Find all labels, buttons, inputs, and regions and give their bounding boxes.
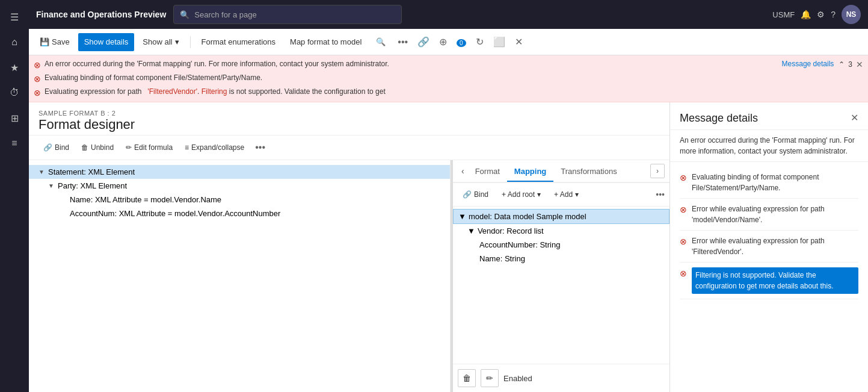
tab-nav-next[interactable]: › xyxy=(650,164,665,178)
mapping-more-icon[interactable]: ••• xyxy=(656,190,665,199)
map-format-to-model-button[interactable]: Map format to model xyxy=(284,33,368,51)
search-toolbar-button[interactable]: 🔍 xyxy=(370,33,392,51)
bind-button[interactable]: 🔗 Bind xyxy=(38,139,74,156)
expand-icon: ≡ xyxy=(185,143,189,152)
close-banner-button[interactable]: ✕ xyxy=(856,60,863,69)
msg-item-text-4: Filtering is not supported. Validate the… xyxy=(692,267,858,294)
msg-item-text-3: Error while evaluating expression for pa… xyxy=(692,235,858,257)
region-label: USMF xyxy=(772,10,795,19)
add-button[interactable]: + Add ▾ xyxy=(549,187,583,202)
add-root-button[interactable]: + Add root ▾ xyxy=(497,187,546,202)
message-details-link[interactable]: Message details xyxy=(782,60,834,68)
settings-icon[interactable]: 🔗 xyxy=(414,36,433,48)
grid-icon[interactable]: ⊞ xyxy=(4,107,25,129)
designer-title: Format designer xyxy=(38,117,660,132)
search-placeholder: Search for a page xyxy=(194,10,256,19)
error-count: 3 xyxy=(848,60,852,69)
list-icon[interactable]: ≡ xyxy=(4,132,25,154)
error-banners: ⊗ An error occurred during the 'Format m… xyxy=(29,55,868,102)
model-tree: ▼ model: Data model Sample model ▼ Vendo… xyxy=(453,207,669,364)
model-item-namestring[interactable]: Name: String xyxy=(453,252,669,266)
mapping-bottom: 🗑 ✏ Enabled xyxy=(453,364,669,392)
show-details-button[interactable]: Show details xyxy=(78,33,135,51)
clock-icon[interactable]: ⏱ xyxy=(4,82,25,104)
close-toolbar-button[interactable]: ✕ xyxy=(511,36,526,48)
gear-icon[interactable]: ⚙ xyxy=(817,10,825,19)
tree-item-party[interactable]: ▼ Party: XML Element xyxy=(29,179,450,193)
tree-arrow-party: ▼ xyxy=(48,182,55,189)
message-details-description: An error occurred during the 'Format map… xyxy=(670,130,868,162)
tab-mapping[interactable]: Mapping xyxy=(507,162,553,182)
prev-error-icon[interactable]: ⌃ xyxy=(839,60,845,69)
designer-toolbar: 🔗 Bind 🗑 Unbind ✏ Edit formula ≡ Expand/… xyxy=(29,135,669,160)
designer-header: SAMPLE FORMAT B : 2 Format designer xyxy=(29,102,669,135)
unbind-button[interactable]: 🗑 Unbind xyxy=(76,139,119,156)
toolbar-separator-1 xyxy=(190,36,191,48)
designer-more-icon[interactable]: ••• xyxy=(251,142,269,153)
error-icon-3: ⊗ xyxy=(34,88,41,98)
expand-collapse-button[interactable]: ≡ Expand/collapse xyxy=(180,139,249,156)
app-title: Finance and Operations Preview xyxy=(36,10,166,19)
tree-item-name[interactable]: Name: XML Attribute = model.Vendor.Name xyxy=(29,193,450,207)
chevron-down-icon: ▾ xyxy=(175,37,179,46)
message-details-close-button[interactable]: ✕ xyxy=(851,112,858,123)
edit-mapping-button[interactable]: ✏ xyxy=(481,369,499,387)
help-icon[interactable]: ? xyxy=(831,10,836,19)
show-all-button[interactable]: Show all ▾ xyxy=(137,33,185,51)
window-icon[interactable]: ⬜ xyxy=(490,36,509,48)
edit-formula-button[interactable]: ✏ Edit formula xyxy=(121,139,177,156)
tab-transformations[interactable]: Transformations xyxy=(553,162,624,182)
msg-error-icon-1: ⊗ xyxy=(680,173,687,182)
error-text-3: Evaluating expression for path 'Filtered… xyxy=(45,87,863,96)
tree-item-label-statement: Statement: XML Element xyxy=(48,167,135,176)
tree-item-statement[interactable]: ▼ Statement: XML Element xyxy=(29,165,450,179)
header-right: USMF 🔔 ⚙ ? NS xyxy=(772,5,861,24)
user-avatar[interactable]: NS xyxy=(842,5,861,24)
format-enumerations-button[interactable]: Format enumerations xyxy=(195,33,282,51)
error-icon-1: ⊗ xyxy=(34,60,41,70)
msg-error-icon-4: ⊗ xyxy=(680,269,687,278)
message-details-title: Message details xyxy=(680,112,758,125)
pencil-icon: ✏ xyxy=(126,143,132,152)
msg-error-icon-2: ⊗ xyxy=(680,205,687,214)
more-options-icon[interactable]: ••• xyxy=(394,37,411,48)
status-label: Enabled xyxy=(503,374,532,383)
badge-icon[interactable]: 0 xyxy=(453,37,470,48)
message-details-panel: Message details ✕ An error occurred duri… xyxy=(669,102,868,392)
model-item-accountnumber[interactable]: AccountNumber: String xyxy=(453,238,669,252)
refresh-icon[interactable]: ↻ xyxy=(472,36,487,48)
tree-arrow-statement: ▼ xyxy=(38,169,46,175)
message-details-header: Message details ✕ xyxy=(670,102,868,130)
hamburger-icon[interactable]: ☰ xyxy=(4,6,25,28)
model-item-vendor[interactable]: ▼ Vendor: Record list xyxy=(453,224,669,238)
delete-mapping-button[interactable]: 🗑 xyxy=(458,369,476,387)
model-item-root[interactable]: ▼ model: Data model Sample model xyxy=(453,209,669,224)
content-area: SAMPLE FORMAT B : 2 Format designer 🔗 Bi… xyxy=(29,102,868,392)
tab-format[interactable]: Format xyxy=(468,162,507,182)
search-bar[interactable]: 🔍 Search for a page xyxy=(173,5,402,24)
save-button[interactable]: 💾 Save xyxy=(34,33,76,51)
search-icon: 🔍 xyxy=(180,10,189,19)
star-icon[interactable]: ★ xyxy=(4,57,25,78)
model-item-label-namestring: Name: String xyxy=(479,254,525,263)
message-item-2: ⊗ Error while evaluating expression for … xyxy=(680,199,858,231)
share-icon[interactable]: ⊕ xyxy=(436,36,451,48)
model-item-label-vendor: Vendor: Record list xyxy=(478,226,544,235)
home-icon[interactable]: ⌂ xyxy=(4,31,25,53)
sample-format-label: SAMPLE FORMAT B : 2 xyxy=(38,110,660,117)
mapping-panel: ‹ Format Mapping Transformations › 🔗 Bin… xyxy=(453,160,669,392)
designer-split: ▼ Statement: XML Element ▼ Party: XML El… xyxy=(29,160,669,392)
message-item-3: ⊗ Error while evaluating expression for … xyxy=(680,231,858,263)
tree-item-accountnum[interactable]: AccountNum: XML Attribute = model.Vendor… xyxy=(29,207,450,220)
bell-icon[interactable]: 🔔 xyxy=(801,10,811,19)
tab-bar: ‹ Format Mapping Transformations › xyxy=(453,160,669,183)
msg-error-icon-3: ⊗ xyxy=(680,237,687,246)
main-area: Finance and Operations Preview 🔍 Search … xyxy=(29,0,868,392)
tree-item-label-accountnum: AccountNum: XML Attribute = model.Vendor… xyxy=(70,209,280,218)
tree-item-label-name: Name: XML Attribute = model.Vendor.Name xyxy=(70,195,221,204)
top-header: Finance and Operations Preview 🔍 Search … xyxy=(29,0,868,29)
mapping-bind-button[interactable]: 🔗 Bind xyxy=(458,187,493,202)
tab-nav-prev[interactable]: ‹ xyxy=(458,166,468,176)
msg-item-text-2: Error while evaluating expression for pa… xyxy=(692,204,858,225)
error-counter-area: ⌃ 3 ✕ xyxy=(839,60,863,69)
